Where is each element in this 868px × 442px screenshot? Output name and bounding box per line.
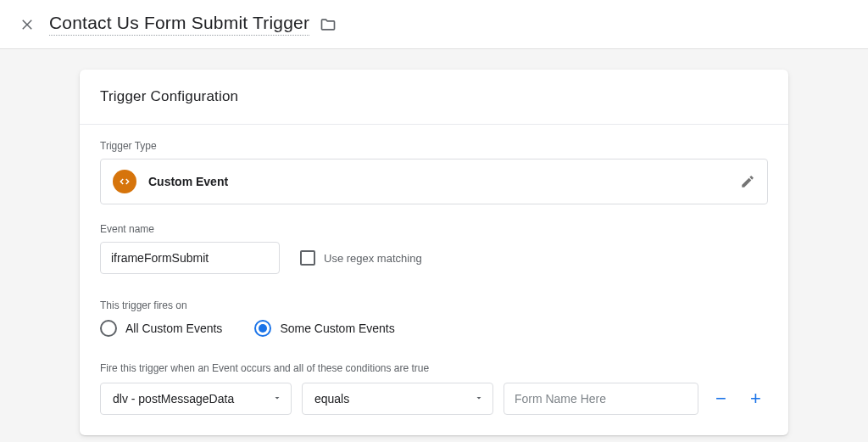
condition-row: dlv - postMessageData equals − +	[100, 383, 768, 415]
folder-icon[interactable]	[320, 16, 337, 33]
condition-label: Fire this trigger when an Event occurs a…	[100, 362, 768, 374]
radio-all-custom-events[interactable]: All Custom Events	[100, 320, 222, 337]
condition-variable-select[interactable]: dlv - postMessageData	[100, 383, 292, 415]
trigger-type-label: Trigger Type	[100, 140, 768, 152]
trigger-type-selector[interactable]: Custom Event	[100, 159, 768, 204]
event-name-section: Event name Use regex matching	[80, 208, 788, 277]
fires-on-section: This trigger fires on All Custom Events …	[80, 277, 788, 345]
custom-event-icon	[113, 170, 136, 193]
fires-on-label: This trigger fires on	[100, 299, 768, 311]
page-title[interactable]: Contact Us Form Submit Trigger	[49, 13, 309, 36]
radio-icon	[254, 320, 271, 337]
trigger-type-value: Custom Event	[148, 175, 228, 188]
chevron-down-icon	[272, 392, 282, 406]
add-condition-button[interactable]: +	[743, 386, 768, 411]
card-title: Trigger Configuration	[80, 70, 788, 125]
condition-operator-select[interactable]: equals	[302, 383, 493, 415]
condition-value-input[interactable]	[504, 383, 698, 415]
condition-section: Fire this trigger when an Event occurs a…	[80, 362, 788, 435]
edit-icon[interactable]	[740, 174, 755, 189]
radio-some-custom-events[interactable]: Some Custom Events	[254, 320, 394, 337]
regex-checkbox[interactable]	[300, 250, 315, 266]
condition-operator-value: equals	[314, 392, 349, 406]
regex-checkbox-wrap[interactable]: Use regex matching	[300, 250, 422, 266]
remove-condition-button[interactable]: −	[709, 386, 733, 411]
radio-label: Some Custom Events	[280, 322, 394, 335]
event-name-input[interactable]	[100, 242, 280, 274]
config-card: Trigger Configuration Trigger Type Custo…	[80, 70, 788, 435]
close-icon	[19, 17, 35, 32]
radio-label: All Custom Events	[125, 322, 222, 335]
event-name-label: Event name	[100, 223, 768, 235]
regex-checkbox-label: Use regex matching	[324, 252, 422, 265]
trigger-type-section: Trigger Type Custom Event	[80, 125, 788, 208]
chevron-down-icon	[474, 392, 484, 406]
radio-icon	[100, 320, 117, 337]
top-bar: Contact Us Form Submit Trigger	[0, 0, 868, 49]
close-button[interactable]	[10, 8, 44, 42]
condition-variable-value: dlv - postMessageData	[113, 392, 234, 406]
